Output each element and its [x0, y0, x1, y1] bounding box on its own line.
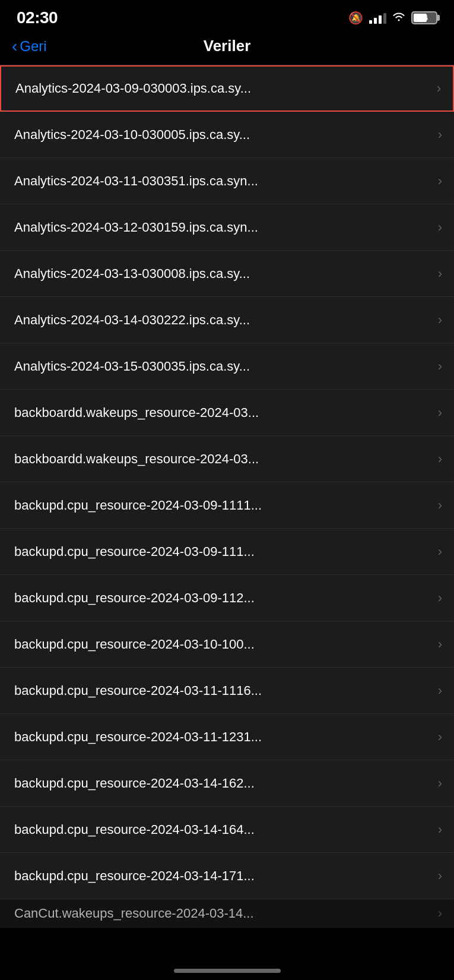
list-item[interactable]: backupd.cpu_resource-2024-03-11-1231... …	[0, 714, 454, 760]
chevron-right-icon: ›	[438, 266, 442, 282]
list-item-label: Analytics-2024-03-12-030159.ips.ca.syn..…	[14, 220, 433, 235]
list-item-label: backupd.cpu_resource-2024-03-09-1111...	[14, 498, 433, 513]
chevron-right-icon: ›	[437, 81, 441, 96]
list-item[interactable]: backupd.cpu_resource-2024-03-09-1111... …	[0, 482, 454, 529]
back-chevron-icon: ‹	[12, 38, 17, 55]
list-item[interactable]: backupd.cpu_resource-2024-03-14-164... ›	[0, 807, 454, 853]
list-item-label: backupd.cpu_resource-2024-03-14-171...	[14, 868, 433, 884]
chevron-right-icon: ›	[438, 405, 442, 421]
list-item[interactable]: Analytics-2024-03-13-030008.ips.ca.sy...…	[0, 251, 454, 297]
back-label: Geri	[20, 38, 46, 55]
list-item-label: backupd.cpu_resource-2024-03-11-1231...	[14, 729, 433, 745]
chevron-right-icon: ›	[438, 906, 442, 921]
list-item[interactable]: backupd.cpu_resource-2024-03-14-171... ›	[0, 853, 454, 899]
list-item-label: Analytics-2024-03-11-030351.ips.ca.syn..…	[14, 173, 433, 189]
bell-icon: 🔕	[348, 11, 363, 25]
list-item[interactable]: backboardd.wakeups_resource-2024-03... ›	[0, 390, 454, 436]
list-item[interactable]: Analytics-2024-03-12-030159.ips.ca.syn..…	[0, 204, 454, 251]
status-bar: 02:30 🔕 36	[0, 0, 454, 32]
list-item-label: Analytics-2024-03-15-030035.ips.ca.sy...	[14, 359, 433, 374]
battery-level: 36	[412, 14, 436, 21]
list-item-label: backupd.cpu_resource-2024-03-09-111...	[14, 544, 433, 559]
file-list: Analytics-2024-03-09-030003.ips.ca.sy...…	[0, 65, 454, 928]
chevron-right-icon: ›	[438, 312, 442, 328]
status-time: 02:30	[17, 8, 58, 27]
back-button[interactable]: ‹ Geri	[12, 38, 47, 55]
list-item[interactable]: Analytics-2024-03-15-030035.ips.ca.sy...…	[0, 343, 454, 390]
chevron-right-icon: ›	[438, 451, 442, 467]
list-item-label: backupd.cpu_resource-2024-03-14-164...	[14, 822, 433, 837]
list-item-label: backupd.cpu_resource-2024-03-09-112...	[14, 590, 433, 606]
list-item-label: CanCut.wakeups_resource-2024-03-14...	[14, 906, 433, 921]
list-item-label: backupd.cpu_resource-2024-03-14-162...	[14, 776, 433, 791]
chevron-right-icon: ›	[438, 729, 442, 745]
list-item[interactable]: backboardd.wakeups_resource-2024-03... ›	[0, 436, 454, 482]
chevron-right-icon: ›	[438, 590, 442, 606]
navigation-bar: ‹ Geri Veriler	[0, 32, 454, 65]
list-item-label: backboardd.wakeups_resource-2024-03...	[14, 405, 433, 421]
list-item[interactable]: backupd.cpu_resource-2024-03-11-1116... …	[0, 668, 454, 714]
list-item-label: Analytics-2024-03-14-030222.ips.ca.sy...	[14, 312, 433, 328]
list-item[interactable]: CanCut.wakeups_resource-2024-03-14... ›	[0, 899, 454, 928]
chevron-right-icon: ›	[438, 683, 442, 698]
chevron-right-icon: ›	[438, 359, 442, 374]
list-item[interactable]: Analytics-2024-03-14-030222.ips.ca.sy...…	[0, 297, 454, 343]
list-item-label: backboardd.wakeups_resource-2024-03...	[14, 451, 433, 467]
list-item[interactable]: Analytics-2024-03-11-030351.ips.ca.syn..…	[0, 158, 454, 204]
chevron-right-icon: ›	[438, 776, 442, 791]
list-item[interactable]: backupd.cpu_resource-2024-03-09-111... ›	[0, 529, 454, 575]
wifi-icon	[392, 12, 405, 24]
chevron-right-icon: ›	[438, 127, 442, 143]
status-icons: 🔕 36	[348, 11, 437, 25]
chevron-right-icon: ›	[438, 220, 442, 235]
chevron-right-icon: ›	[438, 544, 442, 559]
list-item-label: Analytics-2024-03-09-030003.ips.ca.sy...	[15, 81, 432, 96]
page-title: Veriler	[204, 37, 251, 55]
signal-icon	[369, 12, 386, 24]
list-item[interactable]: Analytics-2024-03-10-030005.ips.ca.sy...…	[0, 112, 454, 158]
list-item-label: backupd.cpu_resource-2024-03-11-1116...	[14, 683, 433, 698]
list-item[interactable]: backupd.cpu_resource-2024-03-14-162... ›	[0, 760, 454, 807]
list-item-label: backupd.cpu_resource-2024-03-10-100...	[14, 637, 433, 652]
list-item-label: Analytics-2024-03-10-030005.ips.ca.sy...	[14, 127, 433, 143]
battery-icon: 36	[411, 11, 437, 24]
chevron-right-icon: ›	[438, 822, 442, 837]
chevron-right-icon: ›	[438, 498, 442, 513]
home-indicator	[174, 969, 281, 973]
list-item[interactable]: backupd.cpu_resource-2024-03-10-100... ›	[0, 621, 454, 668]
list-item[interactable]: Analytics-2024-03-09-030003.ips.ca.sy...…	[0, 65, 454, 112]
chevron-right-icon: ›	[438, 173, 442, 189]
chevron-right-icon: ›	[438, 868, 442, 884]
list-item-label: Analytics-2024-03-13-030008.ips.ca.sy...	[14, 266, 433, 282]
chevron-right-icon: ›	[438, 637, 442, 652]
list-item[interactable]: backupd.cpu_resource-2024-03-09-112... ›	[0, 575, 454, 621]
